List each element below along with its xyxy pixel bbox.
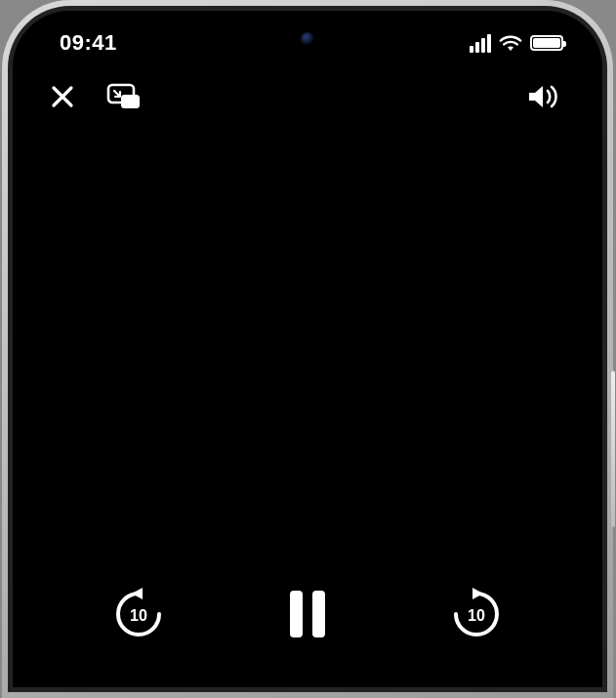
pause-icon xyxy=(284,587,331,641)
skip-back-label: 10 xyxy=(130,607,147,624)
skip-forward-icon: 10 xyxy=(448,586,505,642)
skip-back-icon: 10 xyxy=(110,586,167,642)
volume-button[interactable] xyxy=(526,83,561,110)
skip-back-10-button[interactable]: 10 xyxy=(110,586,167,642)
svg-rect-3 xyxy=(312,591,325,637)
volume-icon xyxy=(526,83,561,110)
battery-icon xyxy=(530,35,563,51)
pause-button[interactable] xyxy=(284,587,331,641)
skip-forward-10-button[interactable]: 10 xyxy=(448,586,505,642)
picture-in-picture-icon xyxy=(106,83,142,110)
close-button[interactable] xyxy=(50,84,75,109)
wifi-icon xyxy=(499,34,522,52)
svg-rect-2 xyxy=(290,591,303,637)
skip-forward-label: 10 xyxy=(468,607,485,624)
status-bar: 09:41 xyxy=(13,28,602,58)
video-player-screen: 09:41 xyxy=(13,11,602,687)
status-time: 09:41 xyxy=(60,30,117,56)
svg-rect-1 xyxy=(121,95,140,108)
picture-in-picture-button[interactable] xyxy=(106,83,142,110)
cellular-signal-icon xyxy=(470,34,491,53)
close-icon xyxy=(50,84,75,109)
